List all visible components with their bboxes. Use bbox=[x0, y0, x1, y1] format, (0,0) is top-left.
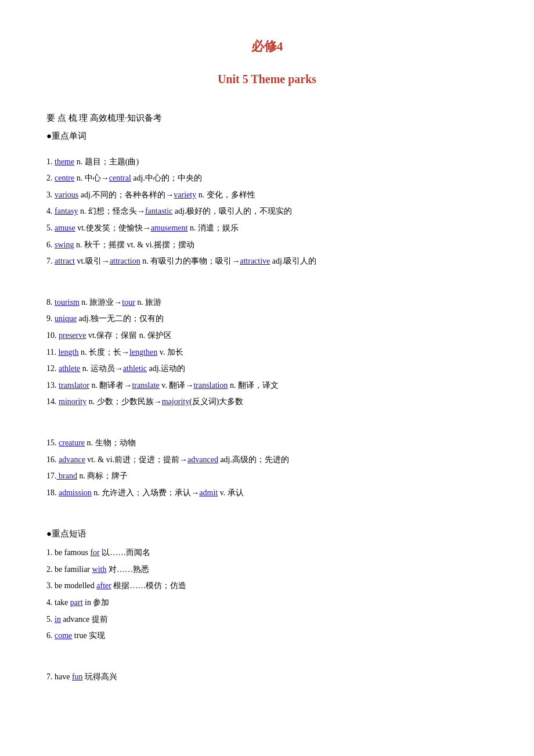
word-theme[interactable]: theme bbox=[55, 157, 74, 166]
word-def: adj.极好的，吸引人的，不现实的 bbox=[172, 207, 292, 215]
word-length[interactable]: length bbox=[58, 348, 78, 357]
phrase-with[interactable]: with bbox=[92, 565, 107, 574]
word-creature[interactable]: creature bbox=[59, 438, 85, 447]
word-def: n. 商标；牌子 bbox=[77, 471, 128, 480]
word-attraction[interactable]: attraction bbox=[110, 257, 140, 265]
phrase-list: 1. be famous for 以……而闻名 2. be familiar w… bbox=[46, 545, 488, 644]
list-item: 10. preserve vt.保存；保留 n. 保护区 bbox=[46, 328, 488, 344]
section-subheader: ●重点单词 bbox=[46, 128, 488, 144]
word-def: n. 允许进入；入场费；承认→ bbox=[92, 488, 200, 497]
word-athlete[interactable]: athlete bbox=[59, 364, 80, 373]
word-num: 14. bbox=[46, 397, 59, 406]
word-unique[interactable]: unique bbox=[55, 314, 77, 323]
word-def: v. 承认 bbox=[218, 488, 244, 497]
phrase-num: 6. bbox=[46, 631, 55, 640]
word-attract[interactable]: attract bbox=[55, 257, 75, 265]
word-amusement[interactable]: amusement bbox=[151, 224, 188, 232]
word-def: vt.吸引→ bbox=[75, 257, 110, 265]
word-translation[interactable]: translation bbox=[193, 381, 228, 390]
word-tourism[interactable]: tourism bbox=[55, 298, 80, 307]
word-admit[interactable]: admit bbox=[199, 488, 218, 497]
list-item: 13. translator n. 翻译者→translate v. 翻译→tr… bbox=[46, 378, 488, 394]
word-athletic[interactable]: athletic bbox=[123, 364, 147, 373]
word-advanced[interactable]: advanced bbox=[187, 455, 218, 464]
word-majority[interactable]: majority bbox=[162, 397, 189, 406]
word-def: (反义词)大多数 bbox=[189, 397, 243, 406]
phrase-def: 根据……模仿；仿造 bbox=[111, 581, 187, 590]
list-item: 2. be familiar with 对……熟悉 bbox=[46, 562, 488, 578]
word-def: n. 少数；少数民族→ bbox=[86, 397, 162, 406]
phrase-come[interactable]: come bbox=[55, 631, 72, 640]
phrase-def: 玩得高兴 bbox=[83, 672, 118, 681]
phrase-num: 5. bbox=[46, 615, 55, 624]
list-item: 12. athlete n. 运动员→athletic adj.运动的 bbox=[46, 361, 488, 377]
list-item: 6. swing n. 秋千；摇摆 vt. & vi.摇摆；摆动 bbox=[46, 237, 488, 253]
word-attractive[interactable]: attractive bbox=[240, 257, 270, 265]
word-def: vt. & vi.前进；促进；提前→ bbox=[85, 455, 187, 464]
phrase-in[interactable]: in bbox=[55, 615, 61, 624]
word-minority[interactable]: minority bbox=[59, 397, 86, 406]
word-num: 12. bbox=[46, 364, 59, 373]
list-item: 2. centre n. 中心→central adj.中心的；中央的 bbox=[46, 171, 488, 186]
phrase-num: 1. be famous bbox=[46, 548, 90, 557]
word-num: 18. bbox=[46, 488, 59, 497]
section-header: 要 点 梳 理 高效梳理·知识备考 bbox=[46, 110, 488, 126]
phrase-def: in 参加 bbox=[83, 598, 110, 607]
word-list-group1: 1. theme n. 题目；主题(曲) 2. centre n. 中心→cen… bbox=[46, 154, 488, 269]
phrase-num: 2. be familiar bbox=[46, 565, 92, 574]
word-central[interactable]: central bbox=[109, 174, 131, 182]
word-variety[interactable]: variety bbox=[174, 190, 196, 199]
word-def: adj.运动的 bbox=[147, 364, 185, 373]
word-translator[interactable]: translator bbox=[59, 381, 89, 390]
word-num: 10. bbox=[46, 331, 59, 340]
word-def: n. 题目；主题(曲) bbox=[74, 157, 139, 166]
list-item: 14. minority n. 少数；少数民族→majority(反义词)大多数 bbox=[46, 394, 488, 410]
word-various[interactable]: various bbox=[55, 190, 78, 199]
word-def: adj.不同的；各种各样的→ bbox=[78, 190, 174, 199]
word-amuse[interactable]: amuse bbox=[55, 224, 75, 232]
list-item: 4. take part in 参加 bbox=[46, 595, 488, 611]
phrase-def: advance 提前 bbox=[61, 615, 108, 624]
list-item: 6. come true 实现 bbox=[46, 628, 488, 644]
word-def: adj.吸引人的 bbox=[270, 257, 316, 265]
word-def: n. 翻译，译文 bbox=[228, 381, 279, 390]
phrase-list-extra: 7. have fun 玩得高兴 bbox=[46, 669, 488, 685]
phrase-def: 对……熟悉 bbox=[106, 565, 149, 574]
phrase-part[interactable]: part bbox=[70, 598, 83, 607]
word-def: n. 有吸引力的事物；吸引→ bbox=[140, 257, 240, 265]
word-def: n. 生物；动物 bbox=[85, 438, 136, 447]
word-brand[interactable]: brand bbox=[59, 471, 77, 480]
word-swing[interactable]: swing bbox=[55, 240, 74, 249]
word-advance[interactable]: advance bbox=[59, 455, 85, 464]
word-num: 3. bbox=[46, 190, 55, 199]
list-item: 11. length n. 长度；长→lengthen v. 加长 bbox=[46, 345, 488, 361]
phrase-fun[interactable]: fun bbox=[72, 672, 83, 681]
word-num: 16. bbox=[46, 455, 59, 464]
phrase-num: 4. take bbox=[46, 598, 70, 607]
word-centre[interactable]: centre bbox=[55, 174, 74, 182]
word-num: 7. bbox=[46, 257, 55, 265]
word-admission[interactable]: admission bbox=[59, 488, 92, 497]
phrase-for[interactable]: for bbox=[90, 548, 99, 557]
word-tour[interactable]: tour bbox=[122, 298, 135, 307]
phrase-after[interactable]: after bbox=[96, 581, 111, 590]
word-def: adj.高级的；先进的 bbox=[218, 455, 289, 464]
list-item: 7. have fun 玩得高兴 bbox=[46, 669, 488, 685]
word-num: 5. bbox=[46, 224, 55, 232]
list-item: 16. advance vt. & vi.前进；促进；提前→advanced a… bbox=[46, 452, 488, 468]
unit-title: Unit 5 Theme parks bbox=[46, 69, 488, 89]
word-def: v. 翻译→ bbox=[160, 381, 194, 390]
list-item: 5. in advance 提前 bbox=[46, 612, 488, 628]
word-fantastic[interactable]: fantastic bbox=[145, 207, 172, 215]
word-translate[interactable]: translate bbox=[132, 381, 159, 390]
word-fantasy[interactable]: fantasy bbox=[55, 207, 78, 215]
phrase-def: true 实现 bbox=[72, 631, 105, 640]
word-preserve[interactable]: preserve bbox=[59, 331, 86, 340]
phrase-num: 7. have bbox=[46, 672, 72, 681]
word-lengthen[interactable]: lengthen bbox=[129, 348, 157, 357]
word-num: 17. bbox=[46, 471, 57, 480]
list-item: 1. be famous for 以……而闻名 bbox=[46, 545, 488, 561]
list-item: 4. fantasy n. 幻想；怪念头→fantastic adj.极好的，吸… bbox=[46, 204, 488, 219]
list-item: 7. attract vt.吸引→attraction n. 有吸引力的事物；吸… bbox=[46, 254, 488, 269]
word-num: 15. bbox=[46, 438, 59, 447]
